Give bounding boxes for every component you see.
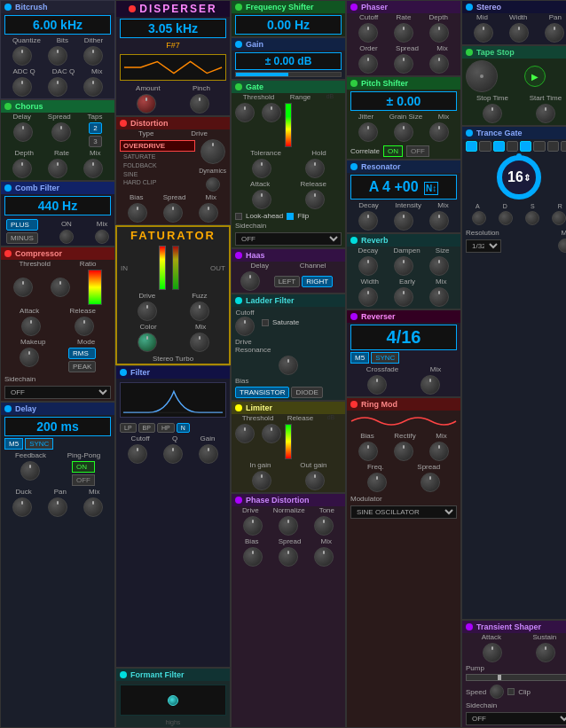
gain-bar[interactable] bbox=[235, 72, 342, 77]
right-btn-haas[interactable]: RIGHT bbox=[302, 276, 333, 287]
tg-step-6[interactable] bbox=[533, 141, 545, 152]
range-knob-gate[interactable] bbox=[262, 103, 281, 122]
rms-btn[interactable]: RMS bbox=[68, 348, 96, 359]
tolerance-knob-gate[interactable] bbox=[252, 159, 271, 178]
modulator-select-rm[interactable]: SINE OSCILLATOR bbox=[350, 505, 457, 519]
freq-knob-rm[interactable] bbox=[367, 473, 387, 492]
sidechain-select-ts[interactable]: OFF bbox=[466, 712, 566, 725]
threshold-knob-gate[interactable] bbox=[235, 103, 255, 122]
quantize-knob[interactable] bbox=[12, 46, 32, 66]
mix-knob-fat[interactable] bbox=[190, 333, 209, 352]
pan-knob[interactable] bbox=[48, 497, 67, 517]
sidechain-select-gate[interactable]: OFF bbox=[235, 232, 342, 246]
color-knob-fat[interactable] bbox=[138, 333, 157, 352]
attack-knob-comp[interactable] bbox=[21, 317, 41, 336]
bias-knob-dist[interactable] bbox=[128, 203, 147, 223]
peak-btn[interactable]: PEAK bbox=[68, 361, 96, 372]
mix-knob-delay[interactable] bbox=[83, 497, 103, 517]
tg-step-5[interactable] bbox=[520, 141, 531, 152]
tg-step-2[interactable] bbox=[479, 141, 491, 152]
feedback-knob[interactable] bbox=[20, 461, 40, 481]
taps-3-btn[interactable]: 3 bbox=[89, 136, 101, 147]
size-knob-rev[interactable] bbox=[429, 256, 449, 276]
threshold-knob-lim[interactable] bbox=[235, 424, 255, 443]
foldback-type[interactable]: FOLDBACK bbox=[123, 161, 192, 170]
decay-knob-res[interactable] bbox=[358, 211, 378, 231]
cutoff-knob-filter[interactable] bbox=[128, 444, 147, 464]
resolution-select-tg[interactable]: 1/32 bbox=[466, 239, 501, 253]
stereo-knob-comb[interactable] bbox=[59, 230, 74, 244]
dynamics-knob-dist[interactable] bbox=[206, 177, 220, 192]
sustain-knob-ts[interactable] bbox=[536, 643, 555, 662]
tg-r-knob[interactable] bbox=[552, 211, 566, 225]
tg-s-knob[interactable] bbox=[525, 211, 539, 225]
spread-knob-chorus[interactable] bbox=[51, 122, 71, 142]
rate-knob-chorus[interactable] bbox=[48, 159, 67, 178]
hold-knob-gate[interactable] bbox=[305, 159, 325, 178]
lookahead-checkbox[interactable] bbox=[235, 213, 242, 220]
tg-step-7[interactable] bbox=[547, 141, 559, 152]
formant-dot-display[interactable] bbox=[168, 695, 178, 706]
normalize-knob-pd[interactable] bbox=[279, 516, 298, 536]
tg-step-3[interactable] bbox=[493, 141, 505, 152]
intensity-knob-res[interactable] bbox=[394, 211, 413, 231]
mix-knob-comb[interactable] bbox=[95, 230, 109, 244]
dampen-knob-rev[interactable] bbox=[394, 256, 413, 276]
adcq-knob[interactable] bbox=[12, 77, 32, 97]
depth-knob-ph[interactable] bbox=[429, 23, 449, 43]
delay-knob-chorus[interactable] bbox=[13, 122, 33, 142]
tapestop-play-btn[interactable]: ▶ bbox=[524, 66, 546, 87]
tapestop-wheel[interactable] bbox=[466, 60, 498, 92]
dither-knob[interactable] bbox=[83, 46, 103, 66]
plus-btn[interactable]: PLUS bbox=[6, 219, 38, 231]
depth-knob-chorus[interactable] bbox=[12, 159, 32, 178]
dacq-knob[interactable] bbox=[48, 77, 67, 97]
release-knob-gate[interactable] bbox=[305, 190, 325, 209]
early-knob-rev[interactable] bbox=[394, 287, 413, 307]
amount-knob-disp[interactable] bbox=[137, 94, 156, 114]
reverser-sync-btn[interactable]: SYNC bbox=[371, 352, 399, 364]
filter-shape-bp[interactable]: BP bbox=[138, 423, 155, 433]
tone-knob-pd[interactable] bbox=[314, 516, 334, 536]
flip-checkbox[interactable] bbox=[287, 213, 294, 220]
pinch-knob-disp[interactable] bbox=[190, 94, 209, 114]
outgain-knob-lim[interactable] bbox=[305, 471, 325, 490]
mix-knob-ph[interactable] bbox=[429, 54, 449, 74]
left-btn-haas[interactable]: LEFT bbox=[274, 276, 301, 287]
attack-knob-gate[interactable] bbox=[252, 190, 271, 209]
rectify-knob-rm[interactable] bbox=[394, 442, 413, 461]
fuzz-knob-fat[interactable] bbox=[190, 301, 209, 321]
pingpong-on-btn[interactable]: ON bbox=[72, 461, 95, 473]
spread-knob-pd[interactable] bbox=[279, 547, 298, 567]
makeup-knob-comp[interactable] bbox=[20, 348, 39, 367]
cutoff-knob-ph[interactable] bbox=[358, 23, 378, 43]
mix-knob-reverser[interactable] bbox=[421, 375, 440, 395]
sidechain-select-comp[interactable]: OFF bbox=[4, 386, 111, 399]
mix-knob-pd[interactable] bbox=[314, 547, 334, 567]
tg-step-4[interactable] bbox=[507, 141, 518, 152]
drive-knob-fat[interactable] bbox=[138, 301, 157, 321]
resonator-mode[interactable]: N↕ bbox=[424, 182, 438, 195]
release-knob-lim[interactable] bbox=[262, 424, 281, 443]
order-knob-ph[interactable] bbox=[358, 54, 378, 74]
decay-knob-rev[interactable] bbox=[358, 256, 378, 276]
attack-knob-ts[interactable] bbox=[483, 643, 502, 662]
stop-time-knob[interactable] bbox=[483, 104, 502, 123]
grainsize-knob[interactable] bbox=[394, 122, 413, 142]
pump-slider[interactable] bbox=[466, 674, 566, 681]
mix-knob-res[interactable] bbox=[429, 211, 449, 231]
mix-knob-tg[interactable] bbox=[558, 239, 566, 253]
pingpong-off-btn[interactable]: OFF bbox=[72, 474, 95, 486]
mix-knob-chorus[interactable] bbox=[83, 159, 103, 178]
threshold-knob-comp[interactable] bbox=[13, 278, 33, 297]
delay-knob-haas[interactable] bbox=[240, 271, 260, 291]
delay-sync-btn[interactable]: SYNC bbox=[25, 438, 53, 450]
tg-step-1[interactable] bbox=[466, 141, 477, 152]
hardclip-type[interactable]: HARD CLIP bbox=[123, 178, 192, 187]
minus-btn[interactable]: MINUS bbox=[6, 232, 38, 244]
drive-knob-pd[interactable] bbox=[243, 516, 263, 536]
correlate-on-btn[interactable]: ON bbox=[383, 145, 403, 157]
speed-knob-ts[interactable] bbox=[490, 685, 504, 699]
jitter-knob[interactable] bbox=[358, 122, 378, 142]
reverser-ms-btn[interactable]: M5 bbox=[350, 352, 369, 364]
